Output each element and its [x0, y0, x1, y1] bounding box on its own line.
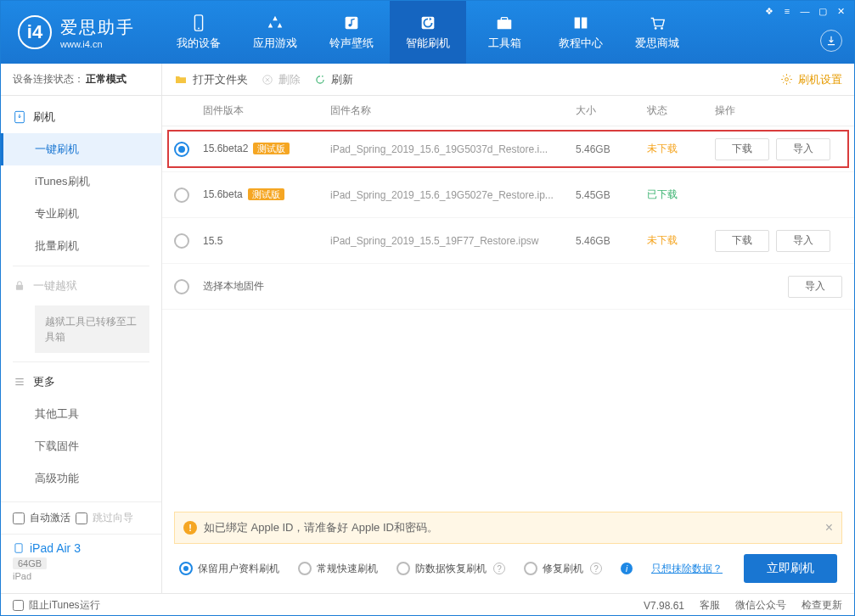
appleid-alert: ! 如已绑定 Apple ID，请准备好 Apple ID和密码。 ×: [174, 512, 842, 544]
refresh-button[interactable]: 刷新: [314, 72, 353, 87]
firmware-version: 15.5: [203, 235, 222, 247]
download-button[interactable]: 下载: [715, 138, 769, 160]
skip-guide-checkbox[interactable]: 跳过向导: [76, 511, 133, 525]
info-icon: i: [621, 563, 633, 574]
close-button[interactable]: ✕: [832, 4, 849, 18]
import-local-button[interactable]: 导入: [788, 276, 842, 298]
sidebar-item-pro[interactable]: 专业刷机: [1, 198, 161, 230]
firmware-row[interactable]: 15.6beta2测试版 iPad_Spring_2019_15.6_19G50…: [162, 126, 854, 172]
opt-keep-data[interactable]: 保留用户资料刷机: [179, 562, 279, 576]
nav-my-device[interactable]: 我的设备: [160, 1, 237, 64]
gear-icon: [780, 73, 793, 86]
firmware-radio[interactable]: [174, 142, 189, 157]
svg-rect-10: [16, 285, 23, 290]
import-button[interactable]: 导入: [776, 230, 830, 252]
cart-icon: [648, 14, 667, 32]
firmware-status: 未下载: [647, 233, 715, 248]
app-header: i4 爱思助手 www.i4.cn 我的设备 应用游戏 铃声壁纸 智能刷机 工具…: [1, 1, 854, 64]
firmware-row[interactable]: 15.6beta测试版 iPad_Spring_2019_15.6_19G502…: [162, 172, 854, 218]
sidebar-item-advanced[interactable]: 高级功能: [1, 462, 161, 495]
firmware-filename: iPad_Spring_2019_15.6_19G5027e_Restore.i…: [330, 189, 576, 201]
firmware-size: 5.45GB: [576, 189, 647, 201]
opt-anti-recover[interactable]: 防数据恢复刷机?: [397, 562, 505, 576]
footer-support[interactable]: 客服: [700, 598, 720, 613]
beta-tag: 测试版: [253, 143, 290, 154]
alert-close-button[interactable]: ×: [825, 520, 833, 535]
nav-tutorials[interactable]: 教程中心: [543, 1, 619, 64]
connection-status: 设备连接状态：正常模式: [1, 64, 161, 96]
download-button[interactable]: 下载: [715, 230, 769, 252]
help-icon[interactable]: ?: [493, 563, 505, 574]
block-itunes-checkbox[interactable]: 阻止iTunes运行: [13, 598, 100, 613]
sidebar-flash-head[interactable]: 刷机: [1, 101, 161, 133]
flash-settings-button[interactable]: 刷机设置: [780, 72, 842, 87]
opt-normal[interactable]: 常规快速刷机: [298, 562, 378, 576]
nav-toolbox[interactable]: 工具箱: [466, 1, 543, 64]
firmware-radio[interactable]: [174, 233, 189, 249]
device-icon: [189, 14, 208, 32]
skin-button[interactable]: ❖: [761, 4, 778, 18]
svg-point-13: [785, 78, 789, 81]
toolbox-icon: [495, 14, 514, 32]
footer: 阻止iTunes运行 V7.98.61 客服 微信公众号 检查更新: [1, 593, 854, 616]
erase-only-link[interactable]: 只想抹除数据？: [651, 562, 723, 576]
auto-activate-row: 自动激活 跳过向导: [1, 501, 161, 534]
help-icon[interactable]: ?: [590, 563, 602, 574]
sidebar-item-batch[interactable]: 批量刷机: [1, 230, 161, 262]
nav-flash[interactable]: 智能刷机: [390, 1, 466, 64]
nav-ringtones[interactable]: 铃声壁纸: [313, 1, 390, 64]
delete-button[interactable]: 删除: [262, 72, 301, 87]
firmware-filename: iPad_Spring_2019_15.5_19F77_Restore.ipsw: [330, 235, 576, 247]
col-version: 固件版本: [203, 104, 330, 118]
svg-rect-6: [501, 18, 507, 21]
sidebar-more-head[interactable]: 更多: [1, 366, 161, 398]
firmware-radio[interactable]: [174, 188, 189, 203]
footer-wechat[interactable]: 微信公众号: [735, 598, 786, 613]
toolbar: 打开文件夹 删除 刷新 刷机设置: [162, 64, 854, 96]
folder-icon: [174, 73, 188, 87]
jailbreak-note: 越狱工具已转移至工具箱: [35, 305, 149, 353]
device-card[interactable]: iPad Air 3 64GB iPad: [1, 534, 161, 593]
firmware-version: 15.6beta: [203, 188, 243, 200]
download-manager-icon[interactable]: [820, 30, 842, 52]
sidebar: 设备连接状态：正常模式 刷机 一键刷机 iTunes刷机 专业刷机 批量刷机 一…: [1, 64, 162, 593]
nav-apps[interactable]: 应用游戏: [237, 1, 313, 64]
menu-button[interactable]: ≡: [779, 4, 796, 18]
music-icon: [342, 14, 361, 32]
footer-update[interactable]: 检查更新: [802, 598, 842, 613]
more-icon: [13, 375, 26, 389]
auto-activate-checkbox[interactable]: 自动激活: [13, 511, 70, 525]
flash-small-icon: [13, 110, 26, 124]
col-name: 固件名称: [330, 104, 576, 118]
main-panel: 打开文件夹 删除 刷新 刷机设置 固件版本 固件名称 大小 状态 操作 15.6…: [162, 64, 854, 593]
radio-local[interactable]: [174, 279, 189, 294]
svg-point-1: [198, 28, 200, 30]
main-nav: 我的设备 应用游戏 铃声壁纸 智能刷机 工具箱 教程中心 爱思商城: [160, 1, 695, 64]
firmware-status: 未下载: [647, 142, 715, 156]
sidebar-item-oneclick[interactable]: 一键刷机: [1, 133, 161, 165]
flash-now-button[interactable]: 立即刷机: [744, 554, 837, 583]
beta-tag: 测试版: [248, 188, 284, 200]
svg-point-8: [661, 27, 663, 30]
sidebar-item-download-fw[interactable]: 下载固件: [1, 430, 161, 462]
sidebar-item-itunes[interactable]: iTunes刷机: [1, 165, 161, 198]
sidebar-item-other[interactable]: 其他工具: [1, 398, 161, 430]
tablet-icon: [13, 542, 25, 554]
firmware-row[interactable]: 15.5 iPad_Spring_2019_15.5_19F77_Restore…: [162, 218, 854, 264]
maximize-button[interactable]: ▢: [814, 4, 831, 18]
logo-area: i4 爱思助手 www.i4.cn: [1, 15, 152, 49]
table-header: 固件版本 固件名称 大小 状态 操作: [162, 96, 854, 126]
firmware-filename: iPad_Spring_2019_15.6_19G5037d_Restore.i…: [330, 143, 576, 155]
open-folder-button[interactable]: 打开文件夹: [174, 72, 248, 87]
sidebar-jailbreak-head: 一键越狱: [1, 270, 161, 302]
firmware-size: 5.46GB: [576, 143, 647, 155]
app-title: 爱思助手: [60, 16, 135, 39]
local-firmware-row[interactable]: 选择本地固件 导入: [162, 264, 854, 310]
nav-store[interactable]: 爱思商城: [619, 1, 695, 64]
device-type: iPad: [13, 571, 149, 581]
opt-repair[interactable]: 修复刷机?: [524, 562, 602, 576]
flash-options: 保留用户资料刷机 常规快速刷机 防数据恢复刷机? 修复刷机? i 只想抹除数据？…: [174, 544, 842, 593]
import-button[interactable]: 导入: [776, 138, 830, 160]
window-controls: ❖ ≡ — ▢ ✕: [761, 4, 849, 18]
minimize-button[interactable]: —: [796, 4, 813, 18]
